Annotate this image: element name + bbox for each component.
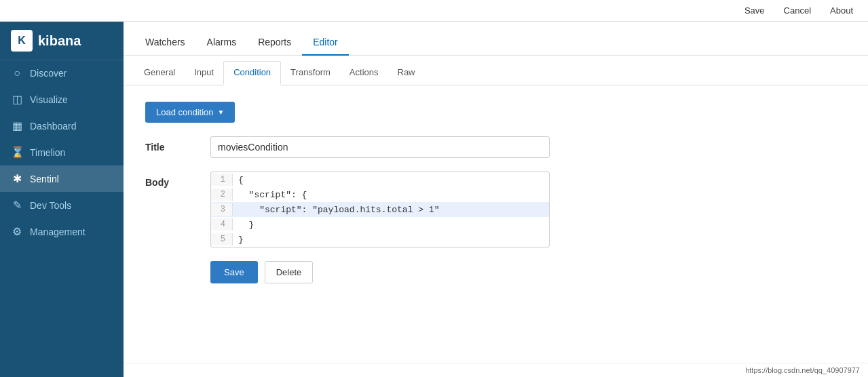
tab-editor[interactable]: Editor	[302, 31, 349, 56]
sidebar-item-discover[interactable]: ○ Discover	[0, 60, 124, 86]
sentinl-icon: ✱	[11, 172, 23, 185]
code-line: 5}	[211, 232, 549, 247]
line-number: 5	[211, 233, 233, 245]
page-content: Load condition ▼ Title Body 1{2 "script"…	[124, 85, 868, 363]
timelion-icon: ⌛	[11, 146, 23, 159]
inner-tabs: General Input Condition Transform Action…	[124, 56, 868, 85]
tab-watchers[interactable]: Watchers	[134, 31, 196, 56]
inner-tab-actions[interactable]: Actions	[340, 62, 388, 85]
inner-tab-general[interactable]: General	[134, 62, 185, 85]
action-buttons: Save Delete	[210, 261, 846, 283]
discover-icon: ○	[11, 67, 23, 79]
kibana-logo-icon: K	[11, 30, 33, 52]
code-editor[interactable]: 1{2 "script": {3 "script": "payload.hits…	[210, 172, 550, 247]
inner-tab-condition[interactable]: Condition	[223, 61, 281, 85]
load-condition-button[interactable]: Load condition ▼	[145, 102, 235, 123]
code-line: 4 }	[211, 217, 549, 232]
code-line: 3 "script": "payload.hits.total > 1"	[211, 202, 549, 217]
line-number: 1	[211, 174, 233, 186]
delete-button[interactable]: Delete	[265, 261, 314, 283]
line-content: }	[233, 218, 259, 231]
line-content: "script": {	[233, 188, 312, 201]
line-content: {	[233, 174, 249, 186]
sidebar-item-dashboard[interactable]: ▦ Dashboard	[0, 113, 124, 139]
nav-tabs: Watchers Alarms Reports Editor	[124, 22, 868, 56]
sidebar-item-visualize[interactable]: ◫ Visualize	[0, 86, 124, 113]
tab-alarms[interactable]: Alarms	[196, 31, 248, 56]
save-top-button[interactable]: Save	[740, 3, 769, 18]
title-input[interactable]	[210, 136, 550, 158]
line-content: }	[233, 233, 249, 246]
logo-text: kibana	[38, 33, 81, 49]
line-number: 4	[211, 218, 233, 231]
code-line: 1{	[211, 172, 549, 187]
load-condition-label: Load condition	[156, 107, 214, 117]
sidebar-item-devtools[interactable]: ✎ Dev Tools	[0, 192, 124, 218]
title-row: Title	[145, 136, 846, 158]
line-number: 2	[211, 188, 233, 201]
sidebar-item-label: Dashboard	[30, 121, 77, 132]
save-button[interactable]: Save	[210, 261, 258, 283]
sidebar-item-label: Dev Tools	[30, 200, 71, 211]
sidebar-item-label: Sentinl	[30, 174, 59, 184]
title-label: Title	[145, 136, 200, 153]
main-layout: K kibana ○ Discover ◫ Visualize ▦ Dashbo…	[0, 22, 868, 377]
content-area: Watchers Alarms Reports Editor General I…	[124, 22, 868, 377]
inner-tab-transform[interactable]: Transform	[281, 62, 340, 85]
dropdown-arrow-icon: ▼	[218, 108, 225, 116]
top-bar: Save Cancel About	[0, 0, 868, 22]
body-label: Body	[145, 172, 200, 188]
sidebar: K kibana ○ Discover ◫ Visualize ▦ Dashbo…	[0, 22, 124, 377]
about-top-button[interactable]: About	[826, 3, 857, 18]
management-icon: ⚙	[11, 225, 23, 238]
footer-url: https://blog.csdn.net/qq_40907977	[745, 366, 860, 374]
sidebar-item-label: Management	[30, 226, 86, 237]
cancel-top-button[interactable]: Cancel	[780, 3, 815, 18]
inner-tab-input[interactable]: Input	[185, 62, 223, 85]
sidebar-item-management[interactable]: ⚙ Management	[0, 218, 124, 245]
footer: https://blog.csdn.net/qq_40907977	[124, 363, 868, 377]
dashboard-icon: ▦	[11, 119, 23, 132]
tab-reports[interactable]: Reports	[247, 31, 302, 56]
code-line: 2 "script": {	[211, 187, 549, 202]
line-content: "script": "payload.hits.total > 1"	[233, 203, 445, 216]
body-row: Body 1{2 "script": {3 "script": "payload…	[145, 172, 846, 247]
sidebar-item-label: Visualize	[30, 94, 68, 105]
sidebar-logo: K kibana	[0, 22, 124, 60]
sidebar-item-sentinl[interactable]: ✱ Sentinl	[0, 165, 124, 192]
sidebar-item-timelion[interactable]: ⌛ Timelion	[0, 139, 124, 165]
sidebar-item-label: Timelion	[30, 147, 65, 158]
line-number: 3	[211, 203, 233, 216]
devtools-icon: ✎	[11, 199, 23, 212]
visualize-icon: ◫	[11, 93, 23, 106]
inner-tab-raw[interactable]: Raw	[388, 62, 425, 85]
sidebar-item-label: Discover	[30, 68, 67, 79]
